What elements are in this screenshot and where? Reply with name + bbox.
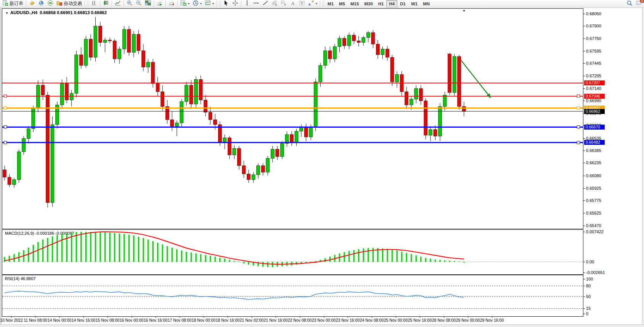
chart-title: ▼AUDUSD-,H4 0.66858 0.66901 0.66813 0.66… xyxy=(5,10,107,15)
trendline-button[interactable] xyxy=(261,0,270,8)
crosshair-button[interactable] xyxy=(231,0,240,8)
hline-handle[interactable] xyxy=(577,106,580,109)
templates-menu-button[interactable]: ▾ xyxy=(203,0,215,8)
chart-workspace: ▼AUDUSD-,H4 0.66858 0.66901 0.66813 0.66… xyxy=(0,8,644,327)
hline-handle[interactable] xyxy=(4,95,7,98)
price-axis-tick xyxy=(583,76,585,76)
dropdown-caret-icon[interactable]: ▾ xyxy=(212,2,214,5)
hline-handle[interactable] xyxy=(4,125,7,128)
dropdown-caret-icon[interactable]: ▾ xyxy=(188,2,190,5)
dropdown-caret-icon[interactable]: ▾ xyxy=(200,2,202,5)
toolbar-grip[interactable] xyxy=(322,1,324,7)
autotrading-button[interactable]: 自动交易 xyxy=(55,0,84,8)
arrows-button[interactable]: ▾ xyxy=(307,0,319,8)
rsi-axis-tick xyxy=(583,286,585,286)
search-icon[interactable] xyxy=(626,0,633,8)
toolbar-separator xyxy=(154,1,154,7)
candle-chart-button[interactable] xyxy=(101,0,111,8)
timeframe-m15-button[interactable]: M15 xyxy=(348,0,361,8)
auto-scroll-button[interactable] xyxy=(155,0,164,8)
arrows-icon xyxy=(308,0,314,7)
fibonacci-button[interactable]: F xyxy=(279,0,288,8)
hline-handle[interactable] xyxy=(4,106,7,109)
price-line-badge: 0.67046 xyxy=(584,94,605,99)
chat-icon[interactable]: 1 xyxy=(636,0,642,8)
zoom-in-icon xyxy=(127,0,133,7)
horizontal-line-icon xyxy=(253,0,259,7)
timeframe-mn-button[interactable]: MN xyxy=(420,0,432,8)
timeframe-m5-button[interactable]: M5 xyxy=(336,0,348,8)
toolbar-button-label: 自动交易 xyxy=(64,0,82,7)
price-axis-tick xyxy=(583,14,585,14)
toolbar-grip[interactable] xyxy=(219,1,221,7)
zoom-in-button[interactable] xyxy=(125,0,134,8)
price-line-badge: 0.67207 xyxy=(584,80,605,85)
price-axis-label: 0.65775 xyxy=(586,198,601,203)
timeframe-h1-button[interactable]: H1 xyxy=(376,0,387,8)
price-axis-tick xyxy=(583,101,585,101)
macd-axis-tick xyxy=(583,262,585,262)
indicators-menu-button[interactable]: ▾ xyxy=(179,0,191,8)
price-axis-label: 0.65925 xyxy=(586,186,601,191)
timeframe-d1-button[interactable]: D1 xyxy=(397,0,408,8)
price-axis-tick xyxy=(583,200,585,201)
price-axis-label: 0.66235 xyxy=(586,160,601,165)
notification-badge: 1 xyxy=(640,0,644,3)
price-axis-tick xyxy=(583,26,585,26)
scroll-end-marker-icon[interactable]: ▼ xyxy=(463,9,466,13)
time-axis-label: 23 Nov 16:00 xyxy=(336,318,360,322)
new-order-button[interactable]: 新订单 xyxy=(1,0,25,8)
text-button[interactable]: A xyxy=(288,0,297,8)
community-button[interactable] xyxy=(37,0,46,8)
window-left-edge xyxy=(1,8,1,324)
bar-chart-button[interactable] xyxy=(90,0,99,8)
ohlc-values: 0.66858 0.66901 0.66813 0.66862 xyxy=(40,10,107,15)
price-axis-tick xyxy=(583,151,585,151)
price-axis-tick xyxy=(583,213,585,213)
autotrading-icon xyxy=(56,0,63,7)
macd-pane[interactable] xyxy=(2,229,583,275)
rsi-axis-tick xyxy=(583,314,585,314)
macd-axis-tick xyxy=(583,272,585,273)
line-chart-button[interactable] xyxy=(113,0,122,8)
timeframe-m30-button[interactable]: M30 xyxy=(361,0,375,8)
horizontal-line-button[interactable] xyxy=(252,0,261,8)
wallet-button[interactable] xyxy=(27,0,37,8)
zoom-out-button[interactable] xyxy=(134,0,143,8)
line-chart-icon xyxy=(115,0,121,7)
equidistant-channel-button[interactable]: E xyxy=(270,0,279,8)
signals-button[interactable] xyxy=(46,0,55,8)
vertical-line-button[interactable] xyxy=(243,0,252,8)
timeframe-m1-button[interactable]: M1 xyxy=(325,0,336,8)
hline-handle[interactable] xyxy=(577,141,580,144)
time-axis-label: 29 Nov 00:00 xyxy=(456,318,480,322)
toolbar-button-label: 新订单 xyxy=(10,0,23,7)
time-axis-label: 17 Nov 08:00 xyxy=(168,318,191,322)
chart-shift-button[interactable] xyxy=(167,0,176,8)
toolbar-separator xyxy=(320,1,320,7)
hline-handle[interactable] xyxy=(577,125,580,128)
toolbar-separator xyxy=(100,1,100,7)
collapse-triangle-icon[interactable]: ▼ xyxy=(5,11,8,15)
hline-handle[interactable] xyxy=(4,141,7,144)
rsi-pane[interactable] xyxy=(2,275,583,317)
price-axis-tick xyxy=(583,88,585,89)
main-chart-pane[interactable] xyxy=(2,8,583,229)
toolbar-separator xyxy=(85,1,85,7)
signals-icon xyxy=(47,0,53,7)
current-price-badge: 0.66862 xyxy=(584,109,605,114)
fibonacci-icon: F xyxy=(281,0,287,7)
cursor-button[interactable] xyxy=(222,0,231,8)
hline-handle[interactable] xyxy=(577,95,580,98)
time-axis-label: 14 Nov 00:00 xyxy=(48,318,71,322)
timeframe-w1-button[interactable]: W1 xyxy=(408,0,420,8)
price-axis-label: 0.65470 xyxy=(586,223,601,228)
dropdown-caret-icon[interactable]: ▾ xyxy=(316,2,317,5)
periods-menu-button[interactable]: ▾ xyxy=(191,0,203,8)
text-label-button[interactable]: T xyxy=(297,0,307,8)
macd-axis-label: -0.002651 xyxy=(586,270,605,275)
tile-windows-button[interactable] xyxy=(143,0,153,8)
time-axis-label: 18 Nov 00:00 xyxy=(192,318,215,322)
toolbar-grip[interactable] xyxy=(87,1,89,7)
timeframe-h4-button[interactable]: H4 xyxy=(386,0,397,8)
